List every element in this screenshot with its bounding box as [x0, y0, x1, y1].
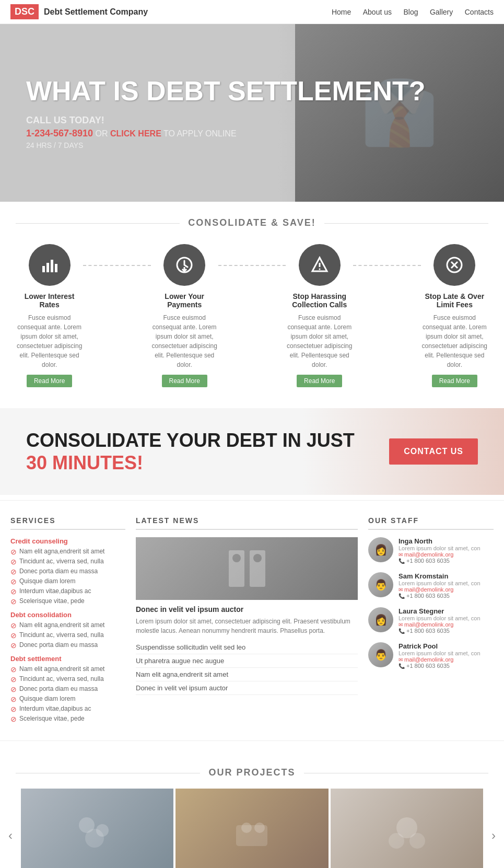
- news-link-4[interactable]: Donec in velit vel ipsum auctor: [136, 681, 358, 695]
- hero-phone[interactable]: 1-234-567-8910: [26, 128, 93, 138]
- svg-rect-3: [55, 264, 57, 272]
- news-main-title[interactable]: Donec in velit vel ipsum auctor: [136, 605, 358, 614]
- features-section: Lower Interest Rates Fusce euismod conse…: [0, 239, 504, 403]
- consolidate-title: CONSOLIDATE & SAVE!: [0, 217, 504, 228]
- feature-icon-2: [163, 244, 205, 286]
- service-cat-1[interactable]: Credit counseling: [10, 537, 125, 545]
- staff-phone-2: 📞+1 800 603 6035: [398, 593, 480, 599]
- hero-apply-text: TO APPLY ONLINE: [163, 129, 237, 138]
- staff-name-1: Inga North: [398, 537, 480, 545]
- cta-line1: CONSOLIDATE YOUR DEBT IN JUST: [26, 429, 355, 452]
- svg-rect-1: [46, 263, 49, 272]
- staff-member-2: 👨 Sam Kromstain Lorem ipsum dolor sit am…: [368, 572, 494, 599]
- service-item: ⊘Tincidunt ac, viverra sed, nulla: [10, 558, 125, 566]
- news-link-1[interactable]: Suspendisse sollicitudin velit sed leo: [136, 641, 358, 654]
- staff-phone-3: 📞+1 800 603 6035: [398, 628, 480, 634]
- news-main-text: Lorem ipsum dolor sit amet, consectetuer…: [136, 617, 358, 635]
- service-item: ⊘Quisque diam lorem: [10, 695, 125, 703]
- nav-home[interactable]: Home: [332, 8, 351, 16]
- gallery-img-2: [175, 789, 328, 868]
- feature-title-4: Stop Late & Over Limit Fees: [421, 292, 488, 309]
- staff-desc-4: Lorem ipsum dolor sit amet, con: [398, 650, 480, 656]
- staff-avatar-4: 👨: [368, 642, 393, 667]
- hero-content: WHAT IS DEBT SETTLEMENT? CALL US TODAY! …: [0, 55, 452, 170]
- read-more-btn-4[interactable]: Read More: [432, 375, 477, 387]
- staff-avatar-2: 👨: [368, 572, 393, 597]
- staff-desc-3: Lorem ipsum dolor sit amet, con: [398, 615, 480, 621]
- three-col-section: SERVICES Credit counseling ⊘Nam elit agn…: [0, 500, 504, 740]
- svg-rect-0: [42, 266, 45, 272]
- service-item: ⊘Tincidunt ac, viverra sed, nulla: [10, 631, 125, 640]
- service-cat-3[interactable]: Debt settlement: [10, 655, 125, 663]
- read-more-btn-3[interactable]: Read More: [297, 375, 342, 387]
- read-more-btn-1[interactable]: Read More: [27, 375, 72, 387]
- read-more-btn-2[interactable]: Read More: [162, 375, 207, 387]
- staff-avatar-1: 👩: [368, 537, 393, 562]
- feature-text-1: Fusce euismod consequat ante. Lorem ipsu…: [16, 313, 83, 369]
- staff-member-3: 👩 Laura Stegner Lorem ipsum dolor sit am…: [368, 607, 494, 634]
- hero-headline: WHAT IS DEBT SETTLEMENT?: [26, 76, 426, 106]
- svg-point-18: [241, 823, 252, 833]
- news-link-2[interactable]: Ut pharetra augue nec augue: [136, 654, 358, 668]
- nav-gallery[interactable]: Gallery: [430, 8, 453, 16]
- hero-click-here[interactable]: CLICK HERE: [110, 129, 161, 138]
- hero-hours: 24 HRS / 7 DAYS: [26, 141, 426, 149]
- hero-cta: CALL US TODAY!: [26, 115, 426, 126]
- news-image: [136, 537, 358, 600]
- staff-desc-1: Lorem ipsum dolor sit amet, con: [398, 545, 480, 551]
- services-column: SERVICES Credit counseling ⊘Nam elit agn…: [10, 516, 125, 725]
- feature-title-2: Lower Your Payments: [151, 292, 218, 309]
- cta-banner: CONSOLIDATE YOUR DEBT IN JUST 30 MINUTES…: [0, 408, 504, 495]
- hero-call-label: CALL US TODAY!: [26, 115, 104, 125]
- projects-gallery: ‹ ›: [0, 789, 504, 868]
- feature-stop-fees: Stop Late & Over Limit Fees Fusce euismo…: [421, 244, 488, 387]
- staff-email-1[interactable]: ✉mail@demolink.org: [398, 551, 480, 558]
- staff-name-3: Laura Stegner: [398, 607, 480, 615]
- service-cat-2[interactable]: Debt consolidation: [10, 611, 125, 619]
- logo: DSC: [10, 4, 39, 19]
- staff-avatar-3: 👩: [368, 607, 393, 632]
- gallery-next-arrow[interactable]: ›: [483, 789, 504, 868]
- navbar: DSC Debt Settlement Company Home About u…: [0, 0, 504, 24]
- staff-name-2: Sam Kromstain: [398, 572, 480, 580]
- gallery-prev-arrow[interactable]: ‹: [0, 789, 21, 868]
- service-item: ⊘Tincidunt ac, viverra sed, nulla: [10, 675, 125, 684]
- services-header: SERVICES: [10, 516, 125, 530]
- service-item: ⊘Scelerisque vitae, pede: [10, 597, 125, 606]
- feature-text-3: Fusce euismod consequat ante. Lorem ipsu…: [286, 313, 353, 369]
- gallery-img-1: [21, 789, 173, 868]
- staff-email-2[interactable]: ✉mail@demolink.org: [398, 586, 480, 593]
- feature-stop-calls: Stop Harassing Collection Calls Fusce eu…: [286, 244, 353, 387]
- staff-column: OUR STAFF 👩 Inga North Lorem ipsum dolor…: [368, 516, 494, 725]
- staff-header: OUR STAFF: [368, 516, 494, 530]
- hero-or: OR: [96, 129, 110, 138]
- feature-lower-payments: Lower Your Payments Fusce euismod conseq…: [151, 244, 218, 387]
- svg-point-12: [232, 554, 241, 562]
- feature-lower-interest: Lower Interest Rates Fusce euismod conse…: [16, 244, 83, 387]
- cta-text: CONSOLIDATE YOUR DEBT IN JUST 30 MINUTES…: [26, 429, 355, 474]
- service-item: ⊘Donec porta diam eu massa: [10, 568, 125, 576]
- feature-text-2: Fusce euismod consequat ante. Lorem ipsu…: [151, 313, 218, 369]
- projects-title: OUR PROJECTS: [0, 767, 504, 778]
- nav-about[interactable]: About us: [363, 8, 392, 16]
- feature-icon-3: [299, 244, 341, 286]
- service-item: ⊘Donec porta diam eu massa: [10, 641, 125, 650]
- news-link-3[interactable]: Nam elit agna,endrerit sit amet: [136, 668, 358, 681]
- nav-blog[interactable]: Blog: [403, 8, 418, 16]
- service-item: ⊘Scelerisque vitae, pede: [10, 715, 125, 723]
- company-name: Debt Settlement Company: [44, 7, 322, 17]
- staff-email-4[interactable]: ✉mail@demolink.org: [398, 656, 480, 663]
- nav-links: Home About us Blog Gallery Contacts: [322, 7, 494, 17]
- staff-member-1: 👩 Inga North Lorem ipsum dolor sit amet,…: [368, 537, 494, 564]
- hero-section: WHAT IS DEBT SETTLEMENT? CALL US TODAY! …: [0, 24, 504, 202]
- service-item: ⊘Nam elit agna,endrerit sit amet: [10, 548, 125, 556]
- service-item: ⊘Nam elit agna,endrerit sit amet: [10, 621, 125, 630]
- feature-title-1: Lower Interest Rates: [16, 292, 83, 309]
- nav-contacts[interactable]: Contacts: [465, 8, 494, 16]
- service-item: ⊘Donec porta diam eu massa: [10, 685, 125, 693]
- contact-us-button[interactable]: CONTACT US: [389, 438, 478, 465]
- staff-email-3[interactable]: ✉mail@demolink.org: [398, 621, 480, 628]
- cta-line2: 30 MINUTES!: [26, 452, 355, 474]
- svg-rect-2: [51, 260, 53, 272]
- staff-name-4: Patrick Pool: [398, 642, 480, 650]
